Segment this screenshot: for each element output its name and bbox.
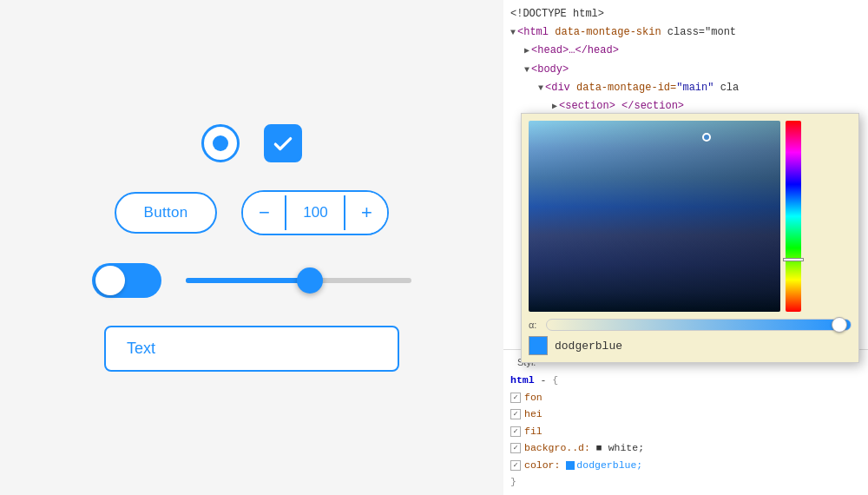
- color-gradient[interactable]: [529, 121, 780, 312]
- css-check-1[interactable]: [510, 393, 521, 403]
- row-1: [201, 124, 302, 162]
- color-picker-popup: α: dodgerblue: [521, 113, 859, 363]
- checkbox-button[interactable]: [264, 124, 302, 162]
- color-picker-main: [529, 121, 852, 312]
- css-prop-5: color:: [524, 459, 560, 471]
- toggle-thumb: [95, 266, 125, 295]
- row-2: Button − 100 +: [115, 190, 390, 235]
- slider-fill: [186, 278, 310, 283]
- right-panel: <!DOCTYPE html> ▼<html data-montage-skin…: [503, 0, 868, 495]
- hue-indicator: [783, 258, 804, 261]
- html-line-html[interactable]: ▼<html data-montage-skin class="mont: [503, 23, 868, 42]
- css-selector: html: [510, 374, 535, 386]
- slider-thumb[interactable]: [297, 267, 323, 294]
- alpha-section: α:: [529, 319, 852, 331]
- slider-container: [186, 278, 411, 283]
- alpha-track[interactable]: [546, 319, 852, 331]
- css-prop-2: hei: [524, 408, 542, 419]
- radio-inner: [213, 135, 228, 151]
- alpha-label: α:: [529, 320, 541, 330]
- gradient-overlay: [529, 121, 780, 312]
- stepper-minus-button[interactable]: −: [243, 192, 285, 234]
- ui-button[interactable]: Button: [115, 192, 218, 234]
- row-3: [92, 263, 411, 298]
- css-close-brace: }: [510, 476, 516, 487]
- color-name-row: dodgerblue: [529, 336, 852, 355]
- toggle-switch[interactable]: [92, 263, 161, 298]
- css-prop-3: fil: [524, 426, 542, 437]
- color-name-text: dodgerblue: [555, 340, 622, 353]
- css-prop-1: fon: [524, 392, 542, 403]
- slider-track[interactable]: [186, 278, 411, 283]
- css-prop-4: backgro..d:: [524, 442, 590, 453]
- radio-button[interactable]: [201, 124, 240, 162]
- css-rule-block: html - { fon hei fil backgro..d: ■ white…: [503, 371, 868, 492]
- color-picker-dot[interactable]: [702, 133, 711, 142]
- row-4: [104, 326, 399, 372]
- html-line-doctype: <!DOCTYPE html>: [503, 5, 868, 23]
- gradient-bg: [529, 121, 780, 312]
- css-value-4: ■ white;: [596, 442, 644, 453]
- stepper: − 100 +: [241, 190, 389, 235]
- check-icon: [272, 132, 294, 155]
- left-panel: Button − 100 +: [0, 0, 503, 495]
- text-input[interactable]: [104, 326, 399, 372]
- css-open-brace: {: [552, 374, 558, 386]
- stepper-plus-button[interactable]: +: [345, 192, 387, 234]
- stepper-value: 100: [285, 195, 345, 230]
- css-panel: Styl. elemen html - { fon hei fil backgr…: [503, 349, 868, 495]
- color-swatch[interactable]: [529, 336, 548, 355]
- css-check-5[interactable]: [510, 460, 521, 471]
- html-line-body[interactable]: ▼<body>: [503, 61, 868, 79]
- css-rule-dash: -: [541, 374, 547, 386]
- css-check-3[interactable]: [510, 426, 521, 437]
- css-check-4[interactable]: [510, 443, 521, 453]
- alpha-thumb[interactable]: [832, 317, 847, 333]
- css-check-2[interactable]: [510, 409, 521, 419]
- css-value-5: dodgerblue;: [576, 459, 642, 471]
- color-indicator-small: [566, 461, 575, 470]
- hue-bar[interactable]: [786, 121, 801, 312]
- html-line-head[interactable]: ▶<head>…</head>: [503, 42, 868, 60]
- html-line-div[interactable]: ▼<div data-montage-id="main" cla: [503, 79, 868, 97]
